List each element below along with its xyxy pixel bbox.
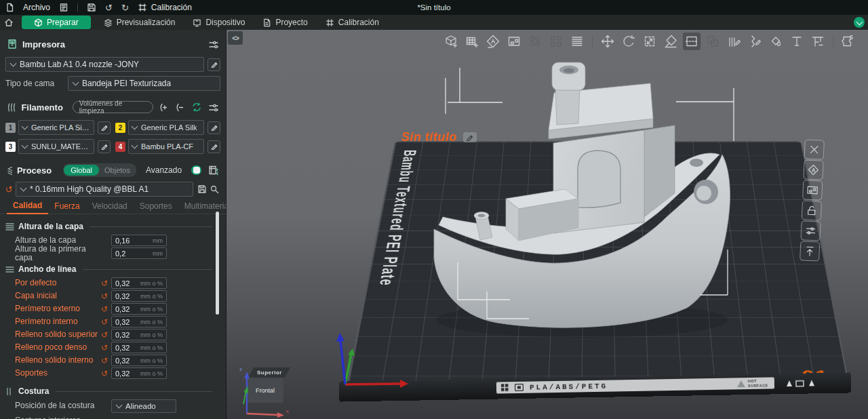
move-button[interactable] <box>599 33 616 50</box>
notification-collapse-button[interactable] <box>854 17 865 28</box>
process-preset-select[interactable]: * 0.16mm High Quality @BBL A1 <box>16 182 193 197</box>
filament-color-chip[interactable]: 3 <box>5 142 16 152</box>
undo-icon[interactable]: ↺ <box>101 305 111 313</box>
scale-button[interactable] <box>641 33 658 50</box>
undo-icon[interactable]: ↺ <box>101 318 111 326</box>
sidebar-collapse-button[interactable]: <> <box>228 31 243 45</box>
line-width-first-layer-input[interactable]: 0,32mm o % <box>111 290 167 302</box>
split-to-parts-button[interactable] <box>547 33 565 50</box>
undo-icon[interactable]: ↺ <box>101 292 111 300</box>
orient-plate-button[interactable]: A <box>803 159 823 180</box>
line-width-outer-wall-input[interactable]: 0,32mm o % <box>111 303 167 315</box>
layer-height-input[interactable]: 0,16 mm <box>111 235 167 246</box>
send-to-front-button[interactable] <box>800 241 820 261</box>
rename-plate-button[interactable] <box>463 132 477 142</box>
undo-icon[interactable]: ↺ <box>101 357 111 365</box>
variable-layer-height-button[interactable] <box>568 33 586 50</box>
seam-paint-button[interactable] <box>746 33 764 50</box>
undo-icon[interactable]: ↺ <box>101 331 111 339</box>
parameter-table-icon[interactable] <box>208 164 219 176</box>
advanced-toggle[interactable] <box>191 165 201 175</box>
filament-edit-button[interactable] <box>98 140 111 153</box>
assembly-view-button[interactable]: 5 <box>840 33 857 50</box>
tab-velocidad[interactable]: Velocidad <box>86 201 134 214</box>
plate-settings-button[interactable] <box>800 220 821 241</box>
tab-soportes[interactable]: Soportes <box>134 201 178 214</box>
filament-edit-button[interactable] <box>208 140 220 153</box>
preset-undo-icon[interactable]: ↺ <box>5 185 13 194</box>
first-layer-height-input[interactable]: 0,2 mm <box>111 247 167 259</box>
tab-proyecto[interactable]: Proyecto <box>254 15 316 30</box>
bed-type-select[interactable]: Bandeja PEI Texturizada <box>68 76 220 91</box>
add-plate-button[interactable] <box>463 33 481 50</box>
tab-previsualizacion[interactable]: Previsualización <box>95 15 184 30</box>
seam-position-select[interactable]: Alineado <box>111 399 176 413</box>
filament-select-3[interactable]: SUNLU_MATE_@_A1_ <box>18 139 94 154</box>
support-paint-button[interactable] <box>725 33 743 50</box>
text-tool-button[interactable] <box>788 33 806 50</box>
menu-calibracion[interactable]: Calibración <box>138 3 192 12</box>
search-preset-icon[interactable] <box>208 183 220 195</box>
home-button[interactable] <box>0 15 18 30</box>
remove-filament-icon[interactable] <box>174 101 186 113</box>
line-width-top-surface-input[interactable]: 0,32mm o % <box>111 329 167 340</box>
lay-on-face-button[interactable] <box>662 33 679 50</box>
benchy-model[interactable] <box>416 54 734 359</box>
measure-button[interactable] <box>809 33 827 50</box>
tab-fuerza[interactable]: Fuerza <box>48 201 85 214</box>
undo-icon[interactable]: ↺ <box>101 279 111 287</box>
line-width-inner-wall-input[interactable]: 0,32mm o % <box>111 316 167 327</box>
filament-settings-icon[interactable] <box>208 101 219 113</box>
tab-calibracion[interactable]: Calibración <box>317 15 388 30</box>
menu-archivo[interactable]: Archivo <box>23 3 50 12</box>
line-width-internal-solid-input[interactable]: 0,32mm o % <box>111 355 167 366</box>
save-preset-icon[interactable] <box>196 183 208 195</box>
filament-edit-button[interactable] <box>98 121 111 134</box>
undo-icon[interactable]: ↺ <box>101 344 111 352</box>
printer-edit-button[interactable] <box>208 58 220 71</box>
viewport-3d[interactable]: Bambu Textured PEI Plate 01 PLA/ABS/PETG… <box>226 30 868 419</box>
scope-objetos[interactable]: Objetos <box>99 166 136 174</box>
undo-icon[interactable]: ↺ <box>105 3 113 12</box>
filament-color-chip[interactable]: 4 <box>115 142 125 152</box>
split-to-objects-button[interactable] <box>526 33 544 50</box>
save-icon[interactable] <box>87 3 96 12</box>
printer-settings-icon[interactable] <box>207 38 219 50</box>
lock-plate-button[interactable] <box>802 200 822 220</box>
line-width-support-input[interactable]: 0,32mm o % <box>111 367 167 379</box>
scope-global[interactable]: Global <box>64 165 99 176</box>
tab-calidad[interactable]: Calidad <box>7 201 48 214</box>
sidebar-scrollbar[interactable] <box>216 212 219 315</box>
undo-icon[interactable]: ↺ <box>101 370 111 378</box>
nav-cube-top-face[interactable]: Superior <box>248 367 291 378</box>
filament-color-chip[interactable]: 1 <box>5 123 16 133</box>
plate-title[interactable]: Sin título <box>401 130 477 144</box>
filament-select-1[interactable]: Generic PLA Silk @BBL A... <box>18 120 94 135</box>
tab-multimaterial[interactable]: Multimaterial <box>178 201 226 214</box>
auto-orient-button[interactable]: A <box>484 33 502 50</box>
line-width-sparse-infill-input[interactable]: 0,32mm o % <box>111 342 167 353</box>
tab-preparar[interactable]: Preparar <box>22 16 91 29</box>
line-width-default-input[interactable]: 0,32mm o % <box>111 277 167 289</box>
filament-select-4[interactable]: Bambu PLA-CF <box>128 139 204 154</box>
filament-edit-button[interactable] <box>208 121 220 134</box>
mesh-boolean-button[interactable] <box>704 33 722 50</box>
filament-color-chip[interactable]: 2 <box>115 123 125 133</box>
color-paint-button[interactable] <box>767 33 785 50</box>
process-scope-toggle[interactable]: Global Objetos <box>63 163 136 177</box>
flush-volumes-button[interactable]: Volúmenes de limpieza <box>73 101 153 113</box>
tab-dispositivo[interactable]: Dispositivo <box>184 15 254 30</box>
cut-button[interactable] <box>683 33 701 50</box>
navigation-cube[interactable]: z Superior Frontal x <box>237 366 294 419</box>
redo-icon[interactable]: ↻ <box>121 3 129 12</box>
filament-select-2[interactable]: Generic PLA Silk <box>128 120 204 135</box>
arrange-plate-button[interactable] <box>802 180 823 200</box>
printer-preset-select[interactable]: Bambu Lab A1 0.4 nozzle -JONY <box>5 57 204 72</box>
add-filament-icon[interactable] <box>158 101 170 113</box>
new-file-icon[interactable] <box>5 3 14 12</box>
sync-filament-icon[interactable] <box>191 101 202 113</box>
notes-icon[interactable] <box>59 3 68 12</box>
arrange-button[interactable] <box>505 33 523 50</box>
rotate-button[interactable] <box>620 33 637 50</box>
delete-plate-button[interactable] <box>804 139 825 159</box>
